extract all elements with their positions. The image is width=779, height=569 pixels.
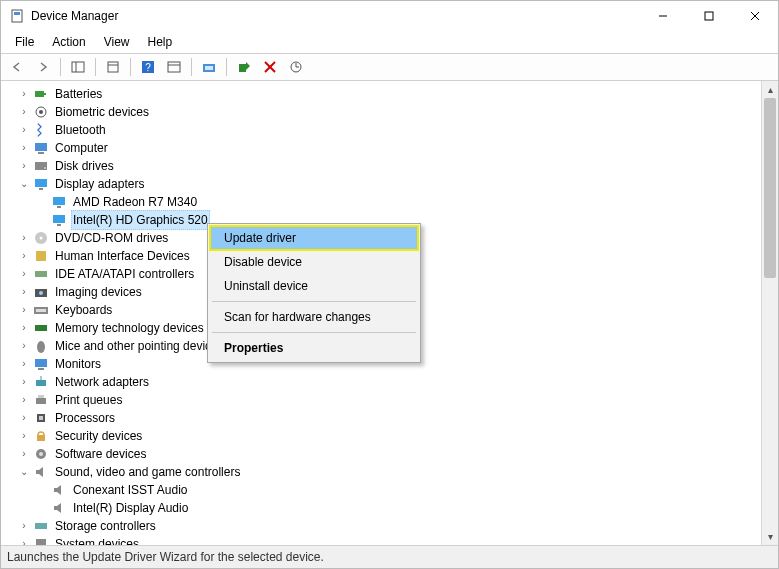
context-menu-item[interactable]: Uninstall device bbox=[210, 274, 418, 298]
help-button[interactable]: ? bbox=[136, 55, 160, 79]
tree-category[interactable]: ›Disk drives bbox=[5, 157, 761, 175]
tree-category[interactable]: ›Software devices bbox=[5, 445, 761, 463]
tree-category[interactable]: ›Bluetooth bbox=[5, 121, 761, 139]
svg-rect-52 bbox=[37, 435, 45, 441]
expand-icon[interactable]: › bbox=[17, 285, 31, 299]
scroll-down-button[interactable]: ▾ bbox=[762, 528, 778, 545]
menu-help[interactable]: Help bbox=[140, 33, 181, 51]
storage-icon bbox=[33, 518, 49, 534]
svg-rect-45 bbox=[38, 368, 44, 370]
cpu-icon bbox=[33, 410, 49, 426]
maximize-button[interactable] bbox=[686, 1, 732, 31]
context-menu-item[interactable]: Disable device bbox=[210, 250, 418, 274]
tree-device[interactable]: Intel(R) Display Audio bbox=[5, 499, 761, 517]
update-driver-button[interactable] bbox=[284, 55, 308, 79]
tree-category-label: Keyboards bbox=[53, 301, 114, 319]
svg-rect-42 bbox=[35, 325, 47, 331]
tree-category-label: Mice and other pointing devices bbox=[53, 337, 226, 355]
svg-rect-0 bbox=[12, 10, 22, 22]
svg-point-43 bbox=[37, 341, 45, 353]
expand-icon[interactable]: › bbox=[17, 429, 31, 443]
forward-button[interactable] bbox=[31, 55, 55, 79]
toolbar: ? bbox=[1, 53, 778, 81]
context-menu-item[interactable]: Update driver bbox=[210, 226, 418, 250]
collapse-icon[interactable]: ⌄ bbox=[17, 465, 31, 479]
context-menu-item[interactable]: Properties bbox=[210, 336, 418, 360]
svg-point-35 bbox=[40, 237, 43, 240]
expand-icon[interactable]: › bbox=[17, 321, 31, 335]
tree-category[interactable]: ›Network adapters bbox=[5, 373, 761, 391]
tree-category[interactable]: ›Security devices bbox=[5, 427, 761, 445]
expand-icon[interactable]: › bbox=[17, 411, 31, 425]
disk-icon bbox=[33, 158, 49, 174]
collapse-icon[interactable]: ⌄ bbox=[17, 177, 31, 191]
monitor-icon bbox=[33, 356, 49, 372]
window-title: Device Manager bbox=[31, 9, 118, 23]
tree-category-label: IDE ATA/ATAPI controllers bbox=[53, 265, 196, 283]
tree-category-label: Biometric devices bbox=[53, 103, 151, 121]
expand-icon[interactable]: › bbox=[17, 447, 31, 461]
close-button[interactable] bbox=[732, 1, 778, 31]
expand-icon[interactable]: › bbox=[17, 123, 31, 137]
scroll-track[interactable] bbox=[762, 98, 778, 528]
svg-rect-33 bbox=[57, 224, 61, 226]
menu-action[interactable]: Action bbox=[44, 33, 93, 51]
tree-category[interactable]: ›Batteries bbox=[5, 85, 761, 103]
svg-rect-8 bbox=[108, 62, 118, 72]
scroll-up-button[interactable]: ▴ bbox=[762, 81, 778, 98]
hid-icon bbox=[33, 248, 49, 264]
tree-category[interactable]: ⌄Display adapters bbox=[5, 175, 761, 193]
camera-icon bbox=[33, 284, 49, 300]
computer-icon bbox=[33, 140, 49, 156]
gear-icon bbox=[33, 446, 49, 462]
expand-icon[interactable]: › bbox=[17, 267, 31, 281]
svg-rect-15 bbox=[205, 66, 213, 70]
expand-icon[interactable]: › bbox=[17, 375, 31, 389]
network-icon bbox=[33, 374, 49, 390]
tree-device[interactable]: AMD Radeon R7 M340 bbox=[5, 193, 761, 211]
uninstall-device-button[interactable] bbox=[258, 55, 282, 79]
ide-icon bbox=[33, 266, 49, 282]
expand-icon[interactable]: › bbox=[17, 393, 31, 407]
tree-category[interactable]: ›Processors bbox=[5, 409, 761, 427]
svg-point-54 bbox=[39, 452, 43, 456]
view-button[interactable] bbox=[162, 55, 186, 79]
tree-category[interactable]: ›Biometric devices bbox=[5, 103, 761, 121]
scan-hardware-button[interactable] bbox=[197, 55, 221, 79]
scroll-thumb[interactable] bbox=[764, 98, 776, 278]
menu-file[interactable]: File bbox=[7, 33, 42, 51]
tree-category-label: Monitors bbox=[53, 355, 103, 373]
tree-category[interactable]: ›System devices bbox=[5, 535, 761, 545]
expand-icon[interactable]: › bbox=[17, 231, 31, 245]
expand-icon[interactable]: › bbox=[17, 249, 31, 263]
back-button[interactable] bbox=[5, 55, 29, 79]
tree-category[interactable]: ›Computer bbox=[5, 139, 761, 157]
properties-button[interactable] bbox=[101, 55, 125, 79]
device-tree-container[interactable]: ›Batteries›Biometric devices›Bluetooth›C… bbox=[1, 81, 761, 545]
minimize-button[interactable] bbox=[640, 1, 686, 31]
expand-icon[interactable]: › bbox=[17, 537, 31, 545]
tree-category-label: Storage controllers bbox=[53, 517, 158, 535]
tree-category[interactable]: ›Print queues bbox=[5, 391, 761, 409]
show-hide-tree-button[interactable] bbox=[66, 55, 90, 79]
svg-rect-49 bbox=[38, 395, 44, 398]
expand-icon[interactable]: › bbox=[17, 357, 31, 371]
expand-icon[interactable]: › bbox=[17, 303, 31, 317]
bluetooth-icon bbox=[33, 122, 49, 138]
svg-rect-37 bbox=[35, 271, 47, 277]
svg-rect-28 bbox=[35, 179, 47, 187]
context-menu-item[interactable]: Scan for hardware changes bbox=[210, 305, 418, 329]
expand-icon[interactable]: › bbox=[17, 141, 31, 155]
menu-view[interactable]: View bbox=[96, 33, 138, 51]
tree-device[interactable]: Conexant ISST Audio bbox=[5, 481, 761, 499]
expand-icon[interactable]: › bbox=[17, 159, 31, 173]
svg-rect-24 bbox=[35, 143, 47, 151]
tree-category[interactable]: ›Storage controllers bbox=[5, 517, 761, 535]
expand-icon[interactable]: › bbox=[17, 519, 31, 533]
expand-icon[interactable]: › bbox=[17, 339, 31, 353]
tree-category[interactable]: ⌄Sound, video and game controllers bbox=[5, 463, 761, 481]
expand-icon[interactable]: › bbox=[17, 105, 31, 119]
vertical-scrollbar[interactable]: ▴ ▾ bbox=[761, 81, 778, 545]
enable-device-button[interactable] bbox=[232, 55, 256, 79]
expand-icon[interactable]: › bbox=[17, 87, 31, 101]
